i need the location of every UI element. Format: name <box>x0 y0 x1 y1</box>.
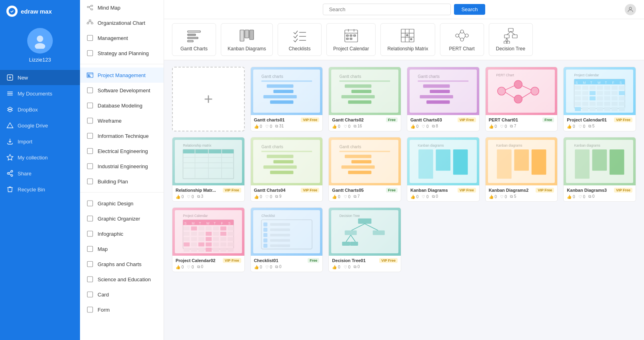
center-nav-wireframe[interactable]: Wireframe <box>80 113 164 128</box>
svg-rect-26 <box>87 35 93 41</box>
center-nav-map[interactable]: Map <box>80 241 164 256</box>
template-stats: 👍 0 ♡ 0 ⧉ 0 <box>254 264 320 269</box>
template-card-kanban02[interactable]: Kanban diagrams Kanban Diagrams2 VIP Fre… <box>485 137 558 202</box>
svg-rect-32 <box>87 87 93 93</box>
svg-rect-181 <box>340 151 390 152</box>
center-nav-management[interactable]: Management <box>80 30 164 46</box>
svg-point-115 <box>531 87 539 95</box>
svg-text:Relationship matrix: Relationship matrix <box>183 143 212 147</box>
sidebar-item-google-drive[interactable]: Google Drive <box>0 118 80 133</box>
sidebar-item-new[interactable]: New <box>0 70 80 85</box>
center-nav-graphic-org[interactable]: Graphic Organizer <box>80 211 164 226</box>
cat-gantt-label: Gantt Charts <box>180 46 208 52</box>
cat-relationship-matrix[interactable]: Relationship Matrix <box>380 23 435 56</box>
template-thumb: Gantt charts <box>329 67 401 115</box>
svg-rect-100 <box>340 80 390 82</box>
center-nav-electrical[interactable]: Electrical Engineering <box>80 143 164 159</box>
template-thumb: Gantt charts <box>251 137 323 185</box>
header-user-icon[interactable] <box>625 4 636 15</box>
sidebar-item-share[interactable]: Share <box>0 166 80 181</box>
center-nav-software-dev[interactable]: Software Development <box>80 83 164 98</box>
template-card-gantt04[interactable]: Gantt charts Gantt Charts04 VIP Free 👍 0… <box>250 137 323 202</box>
svg-rect-185 <box>348 171 371 174</box>
sidebar-item-recycle-bin[interactable]: Recycle Bin <box>0 182 80 197</box>
template-card-pert01[interactable]: PERT Chart PERT Chart01 Free 👍 0 ♡ 0 <box>485 67 558 131</box>
template-card-kanban01[interactable]: Kanban diagrams Kanban Diagrams VIP Free… <box>407 137 480 202</box>
center-nav-database[interactable]: Database Modeling <box>80 98 164 113</box>
center-nav-science[interactable]: Science and Education <box>80 272 164 287</box>
svg-line-81 <box>464 36 465 39</box>
svg-rect-143 <box>619 91 625 95</box>
svg-point-11 <box>11 175 13 177</box>
center-nav-infographic[interactable]: Infographic <box>80 226 164 241</box>
svg-text:Kanban diagrams: Kanban diagrams <box>574 143 600 147</box>
cat-decision-tree[interactable]: Decision Tree <box>489 23 533 56</box>
sidebar-item-my-documents[interactable]: My Documents <box>0 86 80 101</box>
template-card-checklist01[interactable]: Checklist Checklist01 Free 👍 0 ♡ 0 ⧉ 0 <box>250 207 323 272</box>
center-nav-building[interactable]: Building Plan <box>80 174 164 189</box>
svg-text:T: T <box>199 221 201 225</box>
center-nav-industrial[interactable]: Industrial Engineering <box>80 159 164 174</box>
sidebar-nav: New My Documents DropBox Google Drive Im… <box>0 70 80 200</box>
sidebar-item-import[interactable]: Import <box>0 134 80 149</box>
svg-rect-133 <box>597 86 603 90</box>
svg-rect-161 <box>597 107 603 111</box>
svg-text:Gantt charts: Gantt charts <box>418 74 439 79</box>
cat-pert[interactable]: PERT Chart <box>440 23 484 56</box>
svg-point-47 <box>629 7 632 10</box>
cat-gantt[interactable]: Gantt Charts <box>172 23 216 56</box>
svg-text:T: T <box>605 81 607 85</box>
template-card-gantt05[interactable]: Gantt charts Gantt Charts05 Free 👍 0 ♡ 0… <box>328 137 401 202</box>
svg-rect-50 <box>188 37 198 39</box>
svg-line-116 <box>505 86 514 90</box>
center-nav-info-tech[interactable]: Information Technique <box>80 128 164 143</box>
user-profile[interactable]: Lizzie123 <box>0 22 80 70</box>
svg-rect-176 <box>266 155 293 158</box>
template-card-gantt01[interactable]: Gantt charts Gantt charts01 VIP Free 👍 0… <box>250 67 323 131</box>
svg-rect-109 <box>420 95 453 98</box>
template-card-new[interactable] <box>172 67 245 131</box>
template-card-kanban03[interactable]: Kanban diagrams Kanban Diagrams3 VIP Fre… <box>563 137 636 202</box>
template-card-projcal02[interactable]: Project Calendar SMTWTFS Project Calenda… <box>172 207 245 272</box>
center-nav-mind-map[interactable]: Mind Map <box>80 0 164 15</box>
template-badge: VIP Free <box>458 188 476 193</box>
cat-project-calendar[interactable]: Project Calendar <box>326 23 376 56</box>
center-nav-card[interactable]: Card <box>80 287 164 302</box>
svg-rect-90 <box>506 41 510 44</box>
cat-checklist[interactable]: Checklists <box>278 23 322 56</box>
svg-rect-137 <box>575 91 581 95</box>
center-nav-org-chart[interactable]: Organizational Chart <box>80 15 164 30</box>
center-nav-graphs[interactable]: Graphs and Charts <box>80 256 164 272</box>
cat-kanban[interactable]: Kanban Diagrams <box>221 23 273 56</box>
template-name: Checklist01 <box>254 258 278 263</box>
template-name: Gantt Charts03 <box>410 117 442 122</box>
template-card-projcal01[interactable]: Project Calendar SMTWTFS Project Calenda… <box>563 67 636 131</box>
template-card-decision01[interactable]: Decision Tree Decision Tree01 VIP Free 👍 <box>328 207 401 272</box>
svg-text:S: S <box>228 221 231 225</box>
svg-rect-104 <box>348 100 371 103</box>
svg-rect-41 <box>87 231 93 237</box>
center-nav-strategy[interactable]: Strategy and Planning <box>80 46 164 61</box>
svg-rect-150 <box>619 96 625 100</box>
template-card-gantt03[interactable]: Gantt charts Gantt Charts03 VIP Free 👍 0… <box>407 67 480 131</box>
svg-rect-147 <box>597 96 603 100</box>
svg-rect-15 <box>91 5 93 6</box>
svg-rect-234 <box>220 243 226 247</box>
template-badge: VIP Free <box>301 188 319 193</box>
template-stats: 👍 0 ♡ 0 ⧉ 0 <box>567 194 632 199</box>
center-nav-form[interactable]: Form <box>80 302 164 317</box>
svg-rect-263 <box>342 242 350 246</box>
sidebar-item-dropbox[interactable]: DropBox <box>0 102 80 117</box>
sidebar-item-my-collection[interactable]: My collection <box>0 150 80 165</box>
svg-rect-211 <box>206 227 212 231</box>
search-input[interactable] <box>323 4 451 15</box>
center-nav-graphic-design[interactable]: Graphic Design <box>80 196 164 211</box>
template-badge: Free <box>542 117 554 122</box>
center-nav-project-mgmt[interactable]: Project Management <box>80 68 164 83</box>
template-card-relmat01[interactable]: Relationship matrix Relationship Matr...… <box>172 137 245 202</box>
template-name: Project Calendar02 <box>176 258 216 263</box>
search-button[interactable]: Search <box>454 4 485 15</box>
svg-rect-213 <box>220 227 226 231</box>
template-thumb: Kanban diagrams <box>486 137 558 185</box>
template-card-gantt02[interactable]: Gantt charts Gantt Charts02 Free 👍 0 ♡ 0… <box>328 67 401 131</box>
